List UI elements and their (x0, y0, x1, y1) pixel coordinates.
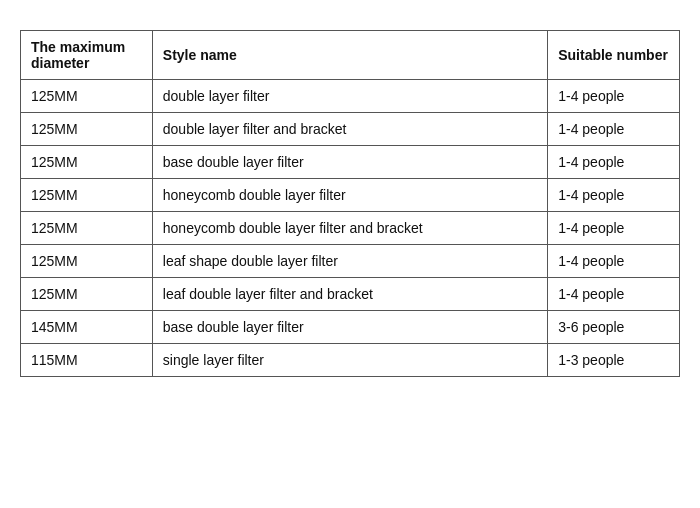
cell-suitable: 1-4 people (548, 80, 680, 113)
cell-diameter: 125MM (21, 80, 153, 113)
cell-suitable: 1-4 people (548, 212, 680, 245)
cell-style: base double layer filter (152, 146, 547, 179)
cell-suitable: 1-4 people (548, 113, 680, 146)
header-suitable: Suitable number (548, 31, 680, 80)
cell-style: leaf double layer filter and bracket (152, 278, 547, 311)
cell-style: double layer filter and bracket (152, 113, 547, 146)
table-row: 115MMsingle layer filter1-3 people (21, 344, 680, 377)
cell-suitable: 1-3 people (548, 344, 680, 377)
cell-suitable: 1-4 people (548, 146, 680, 179)
main-table-container: The maximum diameter Style name Suitable… (20, 30, 680, 377)
cell-suitable: 1-4 people (548, 278, 680, 311)
cell-style: honeycomb double layer filter and bracke… (152, 212, 547, 245)
cell-diameter: 125MM (21, 146, 153, 179)
table-row: 125MMdouble layer filter1-4 people (21, 80, 680, 113)
cell-style: base double layer filter (152, 311, 547, 344)
cell-style: single layer filter (152, 344, 547, 377)
table-row: 125MMleaf shape double layer filter1-4 p… (21, 245, 680, 278)
cell-diameter: 125MM (21, 278, 153, 311)
cell-diameter: 125MM (21, 245, 153, 278)
filter-table: The maximum diameter Style name Suitable… (20, 30, 680, 377)
header-row: The maximum diameter Style name Suitable… (21, 31, 680, 80)
table-row: 125MMhoneycomb double layer filter and b… (21, 212, 680, 245)
cell-style: honeycomb double layer filter (152, 179, 547, 212)
table-row: 145MMbase double layer filter3-6 people (21, 311, 680, 344)
cell-diameter: 145MM (21, 311, 153, 344)
header-style: Style name (152, 31, 547, 80)
header-diameter: The maximum diameter (21, 31, 153, 80)
cell-suitable: 3-6 people (548, 311, 680, 344)
cell-diameter: 115MM (21, 344, 153, 377)
cell-diameter: 125MM (21, 179, 153, 212)
table-row: 125MMleaf double layer filter and bracke… (21, 278, 680, 311)
cell-diameter: 125MM (21, 212, 153, 245)
table-row: 125MMhoneycomb double layer filter1-4 pe… (21, 179, 680, 212)
cell-style: double layer filter (152, 80, 547, 113)
cell-suitable: 1-4 people (548, 179, 680, 212)
cell-diameter: 125MM (21, 113, 153, 146)
table-row: 125MMdouble layer filter and bracket1-4 … (21, 113, 680, 146)
table-row: 125MMbase double layer filter1-4 people (21, 146, 680, 179)
cell-suitable: 1-4 people (548, 245, 680, 278)
cell-style: leaf shape double layer filter (152, 245, 547, 278)
